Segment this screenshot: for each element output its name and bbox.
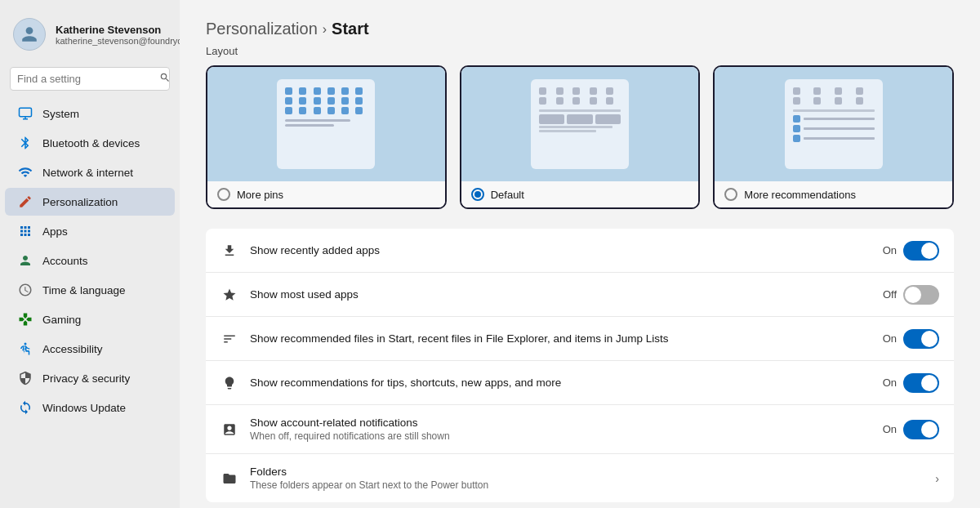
layout-label: Layout [206,45,954,57]
personalization-icon [18,194,33,209]
search-box[interactable] [10,67,170,91]
setting-title-recommended-files: Show recommended files in Start, recent … [250,332,871,345]
chevron-right-icon: › [935,472,939,485]
toggle-most-used[interactable] [903,285,939,305]
sidebar-item-label-accounts: Accounts [42,255,88,267]
card-label-more-recs: More recommendations [744,189,856,201]
sidebar-item-label-privacy: Privacy & security [42,372,130,385]
card-preview-more-recs [715,67,952,181]
setting-subtitle-account-notifications: When off, required notifications are sti… [250,430,871,442]
setting-row-recommendations-tips: Show recommendations for tips, shortcuts… [206,361,954,405]
setting-right-account-notifications: On [883,420,939,439]
download-icon [220,242,238,260]
sidebar-item-update[interactable]: Windows Update [5,394,175,421]
network-icon [18,165,33,180]
setting-row-most-used: Show most used apps Off [206,273,954,317]
setting-title-recommendations-tips: Show recommendations for tips, shortcuts… [250,377,871,389]
search-input[interactable] [17,73,154,85]
folder-icon [220,470,238,488]
radio-default[interactable] [471,188,484,201]
user-info: Katherine Stevenson katherine_stevenson@… [56,24,180,46]
setting-row-recommended-files: Show recommended files in Start, recent … [206,317,954,361]
sidebar-item-apps[interactable]: Apps [5,217,175,245]
account-box-icon [220,421,238,439]
radio-more-pins[interactable] [217,188,230,201]
setting-title-recently-added: Show recently added apps [250,244,871,256]
bluetooth-icon [18,136,33,150]
breadcrumb-separator: › [323,22,327,37]
setting-state-account-notifications: On [883,423,897,435]
setting-title-most-used: Show most used apps [250,288,871,301]
setting-right-recommended-files: On [883,329,939,349]
sidebar-item-label-update: Windows Update [42,402,126,414]
card-inner-more-recs [785,79,883,169]
card-radio-row-default: Default [461,181,699,207]
setting-right-recently-added: On [883,241,939,261]
accessibility-icon [18,341,33,356]
setting-text-recently-added: Show recently added apps [250,244,871,256]
settings-rows: Show recently added apps On Show most us… [206,229,954,502]
layout-card-more-recs[interactable]: More recommendations [713,65,954,209]
sidebar-item-time[interactable]: Time & language [5,276,175,304]
sidebar-item-label-network: Network & internet [42,167,133,179]
toggle-thumb-recommended-files [921,331,938,347]
setting-right-recommendations-tips: On [883,373,939,393]
setting-text-folders: Folders These folders appear on Start ne… [250,466,924,491]
sidebar-item-accounts[interactable]: Accounts [5,247,175,274]
setting-row-recently-added: Show recently added apps On [206,229,954,273]
privacy-icon [18,371,33,385]
toggle-recommendations-tips[interactable] [903,373,939,393]
setting-state-recently-added: On [883,244,897,256]
user-profile: Katherine Stevenson katherine_stevenson@… [0,10,180,64]
lines-icon [220,330,238,348]
card-preview-default [461,67,699,181]
toggle-thumb-recently-added [921,243,938,259]
svg-rect-0 [20,108,32,117]
sidebar-item-label-time: Time & language [42,284,126,296]
sidebar: Katherine Stevenson katherine_stevenson@… [0,0,180,508]
toggle-recommended-files[interactable] [903,329,939,349]
time-icon [18,283,33,297]
setting-text-most-used: Show most used apps [250,288,871,301]
card-radio-row-more-recs: More recommendations [715,181,952,207]
card-preview-more-pins [207,67,445,181]
sidebar-item-accessibility[interactable]: Accessibility [5,335,175,363]
setting-state-recommended-files: On [883,332,897,345]
system-icon [18,106,33,121]
setting-right-most-used: Off [883,285,939,305]
setting-right-folders: › [935,472,939,485]
sidebar-item-privacy[interactable]: Privacy & security [5,364,175,392]
toggle-thumb-recommendations-tips [921,375,938,391]
toggle-thumb-account-notifications [921,421,938,438]
setting-subtitle-folders: These folders appear on Start next to th… [250,479,924,491]
sidebar-item-system[interactable]: System [5,100,175,127]
user-email: katherine_stevenson@foundryco.com [56,36,180,46]
card-inner-more-pins [277,79,375,169]
layout-card-more-pins[interactable]: More pins [206,65,447,209]
breadcrumb-parent: Personalization [206,20,318,38]
apps-icon [18,224,33,238]
sidebar-item-bluetooth[interactable]: Bluetooth & devices [5,129,175,157]
setting-row-folders[interactable]: Folders These folders appear on Start ne… [206,454,954,502]
sidebar-item-personalization[interactable]: Personalization [5,188,175,216]
card-label-default: Default [491,189,524,201]
card-radio-row-more-pins: More pins [207,181,445,207]
breadcrumb-current: Start [332,20,369,38]
sidebar-item-gaming[interactable]: Gaming [5,305,175,333]
toggle-account-notifications[interactable] [903,420,939,439]
layout-cards: More pins [206,65,954,209]
avatar [13,18,46,51]
accounts-icon [18,253,33,268]
radio-more-recs[interactable] [724,188,737,201]
layout-card-default[interactable]: Default [460,65,701,209]
card-label-more-pins: More pins [237,189,283,201]
sidebar-item-network[interactable]: Network & internet [5,158,175,186]
star-icon [220,286,238,304]
sidebar-item-label-apps: Apps [42,225,68,238]
sidebar-item-label-system: System [42,108,79,120]
toggle-recently-added[interactable] [903,241,939,261]
breadcrumb: Personalization › Start [206,20,954,38]
user-name: Katherine Stevenson [56,24,180,36]
setting-state-most-used: Off [883,288,897,301]
setting-text-account-notifications: Show account-related notifications When … [250,417,871,442]
